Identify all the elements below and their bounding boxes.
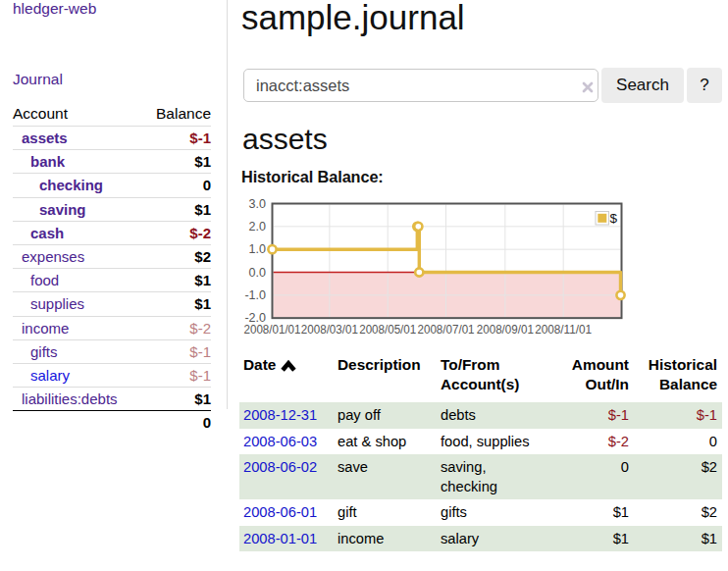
- help-button[interactable]: ?: [687, 68, 722, 103]
- account-link[interactable]: assets: [22, 130, 68, 146]
- transaction-date-link[interactable]: 2008-06-01: [243, 504, 317, 520]
- register-row[interactable]: 2008-01-01incomesalary$1$1: [239, 526, 722, 551]
- account-link[interactable]: expenses: [22, 248, 84, 265]
- account-row: cash$-2: [13, 221, 211, 244]
- account-row: income$-2: [13, 316, 211, 339]
- transaction-accounts: gifts: [437, 499, 545, 525]
- register-header-amount: AmountOut/In: [545, 354, 634, 402]
- account-balance: $2: [142, 245, 211, 269]
- transaction-balance: 0: [634, 429, 722, 454]
- chart-marker: [616, 291, 624, 299]
- transaction-amount: $1: [545, 526, 634, 551]
- transaction-date-link[interactable]: 2008-12-31: [243, 407, 317, 423]
- account-row: food$1: [13, 269, 211, 292]
- accounts-table: Account Balance assets$-1bank$1checking0…: [13, 101, 211, 435]
- account-link[interactable]: salary: [30, 367, 70, 384]
- account-row: supplies$1: [13, 292, 211, 316]
- register-header-balance: HistoricalBalance: [634, 354, 722, 402]
- register-row[interactable]: 2008-12-31pay offdebts$-1$-1: [239, 402, 722, 428]
- chart-x-tick-label: 2008/11/01: [535, 323, 592, 337]
- accounts-header-row: Account Balance: [13, 101, 211, 127]
- chart-x-tick-label: 2008/09/01: [477, 323, 534, 337]
- account-row: bank$1: [13, 150, 211, 174]
- chart-y-tick-label: 0.0: [249, 266, 266, 280]
- chart-x-tick-label: 2008/03/01: [301, 323, 358, 337]
- transaction-description: eat & shop: [334, 429, 437, 454]
- brand-link[interactable]: hledger-web: [13, 1, 96, 17]
- transaction-description: gift: [334, 499, 437, 525]
- chart-marker: [414, 223, 422, 231]
- chart-y-tick-label: 2.0: [249, 220, 266, 234]
- account-row: gifts$-1: [13, 339, 211, 363]
- transaction-balance: $-1: [634, 402, 722, 428]
- transaction-balance: $1: [634, 526, 722, 551]
- register-row[interactable]: 2008-06-03eat & shopfood, supplies$-20: [239, 429, 722, 454]
- account-balance: $-1: [142, 364, 211, 388]
- account-balance: $1: [142, 388, 211, 411]
- accounts-header-account: Account: [13, 101, 142, 127]
- account-balance: $-2: [142, 316, 211, 339]
- account-balance: $1: [142, 150, 211, 174]
- historical-balance-chart: 3.02.01.00.0-1.0-2.02008/01/012008/03/01…: [235, 194, 640, 339]
- chart-y-tick-label: 3.0: [249, 197, 266, 211]
- chart-legend-label: $: [610, 211, 618, 226]
- accounts-total-balance: 0: [142, 411, 211, 435]
- account-link[interactable]: cash: [30, 225, 64, 241]
- transaction-description: save: [334, 454, 437, 499]
- account-balance: $1: [142, 197, 211, 221]
- account-balance: $1: [142, 269, 211, 292]
- transaction-accounts: debts: [437, 402, 545, 428]
- account-row: checking0: [13, 174, 211, 197]
- account-balance: $-2: [142, 221, 211, 244]
- register-row[interactable]: 2008-06-01giftgifts$1$2: [239, 499, 722, 525]
- transaction-amount: 0: [545, 454, 634, 499]
- transaction-balance: $2: [634, 454, 722, 499]
- chart-marker: [415, 268, 423, 276]
- account-heading: assets: [242, 124, 328, 154]
- search-button[interactable]: Search: [601, 68, 684, 103]
- transaction-date-link[interactable]: 2008-06-02: [243, 459, 317, 475]
- account-link[interactable]: food: [30, 272, 59, 288]
- account-link[interactable]: income: [22, 320, 69, 337]
- account-link[interactable]: checking: [39, 177, 103, 193]
- chart-x-tick-label: 2008/01/01: [244, 323, 301, 337]
- account-balance: $-1: [142, 339, 211, 363]
- account-link[interactable]: bank: [30, 153, 65, 170]
- chart-title: Historical Balance:: [241, 169, 384, 185]
- register-row[interactable]: 2008-06-02savesaving, checking0$2: [239, 454, 722, 499]
- account-link[interactable]: liabilities:debts: [22, 390, 118, 407]
- sidebar-item-journal[interactable]: Journal: [13, 72, 63, 87]
- account-balance: 0: [142, 174, 211, 197]
- transaction-date-link[interactable]: 2008-01-01: [243, 531, 317, 546]
- account-row: assets$-1: [13, 127, 211, 150]
- transaction-amount: $1: [545, 499, 634, 525]
- chart-y-tick-label: -1.0: [244, 288, 266, 302]
- account-link[interactable]: supplies: [30, 295, 84, 312]
- account-link[interactable]: gifts: [30, 343, 58, 360]
- account-link[interactable]: saving: [39, 201, 86, 218]
- register-header-row: Date Description To/FromAccount(s) Amoun…: [239, 354, 722, 402]
- page-title: sample.journal: [241, 0, 465, 35]
- sidebar-divider: [227, 0, 228, 409]
- account-row: liabilities:debts$1: [13, 388, 211, 411]
- chart-marker: [268, 245, 276, 253]
- account-balance: $-1: [142, 127, 211, 150]
- register-header-description: Description: [334, 354, 437, 402]
- sort-chevron-up-icon: [281, 359, 296, 372]
- transaction-accounts: food, supplies: [437, 429, 545, 454]
- register-header-date[interactable]: Date: [239, 354, 334, 402]
- transaction-description: income: [334, 526, 437, 551]
- account-row: salary$-1: [13, 364, 211, 388]
- account-row: saving$1: [13, 197, 211, 221]
- transaction-balance: $2: [634, 499, 722, 525]
- clear-search-icon[interactable]: [582, 79, 594, 91]
- register-header-accounts: To/FromAccount(s): [437, 354, 545, 402]
- chart-y-tick-label: 1.0: [249, 242, 266, 256]
- transaction-amount: $-2: [545, 429, 634, 454]
- search-input[interactable]: [243, 69, 598, 102]
- chart-x-tick-label: 2008/05/01: [359, 323, 416, 337]
- transaction-date-link[interactable]: 2008-06-03: [243, 434, 317, 449]
- transaction-amount: $-1: [545, 402, 634, 428]
- clear-x-icon: [582, 81, 594, 93]
- accounts-header-balance: Balance: [142, 101, 211, 127]
